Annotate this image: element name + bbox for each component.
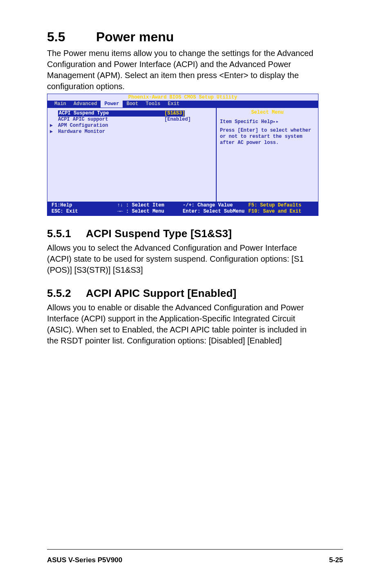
subsection-551-desc: Allows you to select the Advanced Config…: [47, 242, 318, 276]
submenu-arrow-icon: ▶: [50, 123, 58, 129]
bios-title: Phoenix-Award BIOS CMOS Setup Utility: [47, 94, 318, 101]
bios-tab-exit: Exit: [164, 101, 183, 108]
bios-f1-help: F1:Help: [52, 202, 117, 209]
bios-item-label: Hardware Monitor: [58, 129, 164, 135]
bios-save-exit: F10: Save and Exit: [249, 209, 314, 215]
subsection-name: ACPI Suspend Type [S1&S3]: [86, 227, 232, 240]
subsection-number: 5.5.1: [47, 227, 86, 240]
section-title: 5.5Power menu: [47, 29, 318, 45]
subsection-552-title: 5.5.2ACPI APIC Support [Enabled]: [47, 287, 318, 300]
bios-item-apm: ▶ APM Configuration: [50, 123, 216, 129]
bios-select-menu: →← : Select Menu: [117, 209, 183, 215]
bios-item-value: [S1&S3]: [164, 110, 185, 117]
footer-product: ASUS V-Series P5V900: [47, 556, 122, 564]
bios-tab-power: Power: [101, 101, 123, 108]
bios-arrow: [50, 117, 58, 123]
section-number: 5.5: [47, 29, 96, 45]
bios-tab-main: Main: [51, 101, 70, 108]
bios-item-label: APM Configuration: [58, 123, 164, 129]
subsection-name: ACPI APIC Support [Enabled]: [86, 287, 236, 299]
bios-change-value: -/+: Change Value: [183, 202, 249, 209]
submenu-arrow-icon: ▶: [50, 129, 58, 135]
section-name: Power menu: [96, 29, 174, 44]
bios-footer-col4: F5: Setup Defaults F10: Save and Exit: [249, 202, 314, 215]
bios-tab-boot: Boot: [123, 101, 142, 108]
page-footer: ASUS V-Series P5V900 5-25: [47, 549, 343, 564]
bios-footer-col3: -/+: Change Value Enter: Select SubMenu: [183, 202, 249, 215]
bios-item-acpi-suspend: ACPI Suspend Type [S1&S3]: [50, 110, 216, 117]
bios-item-value: [Enabled]: [164, 117, 191, 123]
bios-help-body: Item Specific Help▸▸ Press [Enter] to se…: [220, 119, 315, 146]
bios-screenshot: Phoenix-Award BIOS CMOS Setup Utility Ma…: [47, 94, 318, 216]
bios-esc-exit: ESC: Exit: [52, 209, 117, 215]
bios-item-label: ACPI Suspend Type: [58, 110, 164, 117]
bios-item-acpi-apic: ACPI APIC support [Enabled]: [50, 117, 216, 123]
bios-tab-tools: Tools: [142, 101, 164, 108]
section-desc: The Power menu items allow you to change…: [47, 48, 318, 92]
bios-right-pane: Select Menu Item Specific Help▸▸ Press […: [216, 108, 318, 202]
bios-arrow: [50, 110, 58, 117]
bios-footer: F1:Help ESC: Exit ↑↓ : Select Item →← : …: [47, 202, 318, 215]
bios-footer-col1: F1:Help ESC: Exit: [52, 202, 117, 215]
bios-body: ACPI Suspend Type [S1&S3] ACPI APIC supp…: [47, 108, 318, 202]
bios-tab-advanced: Advanced: [70, 101, 101, 108]
bios-select-item: ↑↓ : Select Item: [117, 202, 183, 209]
bios-help-text: Press [Enter] to select whether or not t…: [220, 128, 315, 146]
bios-footer-col2: ↑↓ : Select Item →← : Select Menu: [117, 202, 183, 215]
footer-page-number: 5-25: [329, 556, 343, 564]
bios-item-label: ACPI APIC support: [58, 117, 164, 123]
bios-menu: Main Advanced Power Boot Tools Exit: [47, 101, 318, 108]
bios-left-pane: ACPI Suspend Type [S1&S3] ACPI APIC supp…: [47, 108, 216, 202]
subsection-551-title: 5.5.1ACPI Suspend Type [S1&S3]: [47, 227, 318, 240]
bios-help-title: Select Menu: [220, 110, 315, 116]
subsection-number: 5.5.2: [47, 287, 86, 300]
bios-item-hwmonitor: ▶ Hardware Monitor: [50, 129, 216, 135]
subsection-552-desc: Allows you to enable or disable the Adva…: [47, 302, 318, 346]
bios-setup-defaults: F5: Setup Defaults: [249, 202, 314, 209]
bios-select-submenu: Enter: Select SubMenu: [183, 209, 249, 215]
bios-help-line1: Item Specific Help▸▸: [220, 119, 315, 125]
